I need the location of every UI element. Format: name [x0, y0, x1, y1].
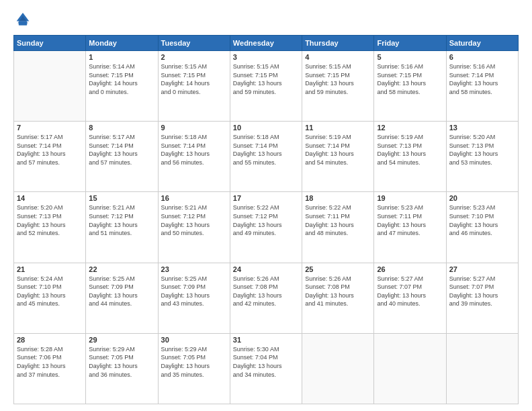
day-info: Sunrise: 5:21 AM Sunset: 7:12 PM Dayligh… [89, 203, 154, 237]
day-info: Sunrise: 5:17 AM Sunset: 7:14 PM Dayligh… [17, 133, 83, 167]
day-info: Sunrise: 5:21 AM Sunset: 7:12 PM Dayligh… [161, 203, 227, 237]
day-info: Sunrise: 5:15 AM Sunset: 7:15 PM Dayligh… [161, 62, 227, 96]
day-cell: 23Sunrise: 5:25 AM Sunset: 7:09 PM Dayli… [158, 263, 230, 333]
day-cell: 28Sunrise: 5:28 AM Sunset: 7:06 PM Dayli… [14, 333, 86, 404]
week-row-3: 21Sunrise: 5:24 AM Sunset: 7:10 PM Dayli… [14, 263, 519, 333]
day-info: Sunrise: 5:24 AM Sunset: 7:10 PM Dayligh… [17, 275, 83, 308]
day-cell: 16Sunrise: 5:21 AM Sunset: 7:12 PM Dayli… [158, 192, 230, 263]
day-number: 5 [377, 53, 443, 61]
day-info: Sunrise: 5:22 AM Sunset: 7:12 PM Dayligh… [233, 203, 299, 237]
day-cell: 24Sunrise: 5:26 AM Sunset: 7:08 PM Dayli… [230, 263, 302, 333]
day-number: 18 [305, 194, 371, 202]
day-number: 1 [89, 53, 154, 61]
day-number: 12 [377, 124, 443, 132]
logo [13, 11, 35, 30]
day-cell: 26Sunrise: 5:27 AM Sunset: 7:07 PM Dayli… [374, 263, 446, 333]
day-info: Sunrise: 5:25 AM Sunset: 7:09 PM Dayligh… [89, 275, 154, 308]
header-cell-monday: Monday [86, 36, 158, 51]
day-cell: 17Sunrise: 5:22 AM Sunset: 7:12 PM Dayli… [230, 192, 302, 263]
day-cell: 15Sunrise: 5:21 AM Sunset: 7:12 PM Dayli… [86, 192, 158, 263]
header-cell-thursday: Thursday [302, 36, 374, 51]
day-number: 8 [89, 124, 154, 132]
calendar-table: SundayMondayTuesdayWednesdayThursdayFrid… [13, 35, 519, 404]
week-row-2: 14Sunrise: 5:20 AM Sunset: 7:13 PM Dayli… [14, 192, 519, 263]
day-number: 24 [233, 265, 299, 273]
day-info: Sunrise: 5:20 AM Sunset: 7:13 PM Dayligh… [17, 203, 83, 237]
day-number: 23 [161, 265, 227, 273]
day-cell: 27Sunrise: 5:27 AM Sunset: 7:07 PM Dayli… [446, 263, 518, 333]
day-number: 22 [89, 265, 154, 273]
day-cell: 4Sunrise: 5:15 AM Sunset: 7:15 PM Daylig… [302, 51, 374, 122]
header-cell-friday: Friday [374, 36, 446, 51]
day-info: Sunrise: 5:14 AM Sunset: 7:15 PM Dayligh… [89, 62, 154, 96]
day-info: Sunrise: 5:16 AM Sunset: 7:15 PM Dayligh… [377, 62, 443, 96]
day-number: 10 [233, 124, 299, 132]
day-info: Sunrise: 5:19 AM Sunset: 7:13 PM Dayligh… [377, 133, 443, 167]
day-number: 3 [233, 53, 299, 61]
day-cell: 31Sunrise: 5:30 AM Sunset: 7:04 PM Dayli… [230, 333, 302, 404]
day-cell: 22Sunrise: 5:25 AM Sunset: 7:09 PM Dayli… [86, 263, 158, 333]
day-number: 13 [449, 124, 515, 132]
svg-rect-2 [19, 21, 27, 26]
day-cell: 3Sunrise: 5:15 AM Sunset: 7:15 PM Daylig… [230, 51, 302, 122]
day-info: Sunrise: 5:26 AM Sunset: 7:08 PM Dayligh… [233, 275, 299, 308]
day-number: 27 [449, 265, 515, 273]
day-info: Sunrise: 5:30 AM Sunset: 7:04 PM Dayligh… [233, 345, 299, 379]
day-number: 30 [161, 336, 227, 344]
week-row-1: 7Sunrise: 5:17 AM Sunset: 7:14 PM Daylig… [14, 122, 519, 192]
day-info: Sunrise: 5:17 AM Sunset: 7:14 PM Dayligh… [89, 133, 154, 167]
day-cell: 20Sunrise: 5:23 AM Sunset: 7:10 PM Dayli… [446, 192, 518, 263]
day-info: Sunrise: 5:18 AM Sunset: 7:14 PM Dayligh… [161, 133, 227, 167]
day-number: 4 [305, 53, 371, 61]
day-cell: 6Sunrise: 5:16 AM Sunset: 7:14 PM Daylig… [446, 51, 518, 122]
day-number: 26 [377, 265, 443, 273]
day-info: Sunrise: 5:25 AM Sunset: 7:09 PM Dayligh… [161, 275, 227, 308]
day-number: 29 [89, 336, 154, 344]
day-number: 2 [161, 53, 227, 61]
page: SundayMondayTuesdayWednesdayThursdayFrid… [0, 0, 532, 411]
day-cell: 11Sunrise: 5:19 AM Sunset: 7:14 PM Dayli… [302, 122, 374, 192]
day-cell: 13Sunrise: 5:20 AM Sunset: 7:13 PM Dayli… [446, 122, 518, 192]
day-number: 21 [17, 265, 83, 273]
day-number: 15 [89, 194, 154, 202]
day-info: Sunrise: 5:16 AM Sunset: 7:14 PM Dayligh… [449, 62, 515, 96]
day-number: 16 [161, 194, 227, 202]
day-cell [14, 51, 86, 122]
header-row: SundayMondayTuesdayWednesdayThursdayFrid… [14, 36, 519, 51]
day-number: 7 [17, 124, 83, 132]
day-info: Sunrise: 5:28 AM Sunset: 7:06 PM Dayligh… [17, 345, 83, 379]
day-cell: 10Sunrise: 5:18 AM Sunset: 7:14 PM Dayli… [230, 122, 302, 192]
day-number: 14 [17, 194, 83, 202]
day-info: Sunrise: 5:23 AM Sunset: 7:10 PM Dayligh… [449, 203, 515, 237]
day-cell: 8Sunrise: 5:17 AM Sunset: 7:14 PM Daylig… [86, 122, 158, 192]
day-cell [302, 333, 374, 404]
day-cell: 9Sunrise: 5:18 AM Sunset: 7:14 PM Daylig… [158, 122, 230, 192]
day-number: 9 [161, 124, 227, 132]
day-cell: 18Sunrise: 5:22 AM Sunset: 7:11 PM Dayli… [302, 192, 374, 263]
header-cell-sunday: Sunday [14, 36, 86, 51]
day-number: 31 [233, 336, 299, 344]
day-cell: 30Sunrise: 5:29 AM Sunset: 7:05 PM Dayli… [158, 333, 230, 404]
day-info: Sunrise: 5:15 AM Sunset: 7:15 PM Dayligh… [233, 62, 299, 96]
day-info: Sunrise: 5:15 AM Sunset: 7:15 PM Dayligh… [305, 62, 371, 96]
day-cell: 14Sunrise: 5:20 AM Sunset: 7:13 PM Dayli… [14, 192, 86, 263]
day-info: Sunrise: 5:27 AM Sunset: 7:07 PM Dayligh… [377, 275, 443, 308]
day-cell: 2Sunrise: 5:15 AM Sunset: 7:15 PM Daylig… [158, 51, 230, 122]
day-cell: 19Sunrise: 5:23 AM Sunset: 7:11 PM Dayli… [374, 192, 446, 263]
day-cell: 25Sunrise: 5:26 AM Sunset: 7:08 PM Dayli… [302, 263, 374, 333]
day-cell: 7Sunrise: 5:17 AM Sunset: 7:14 PM Daylig… [14, 122, 86, 192]
day-info: Sunrise: 5:27 AM Sunset: 7:07 PM Dayligh… [449, 275, 515, 308]
day-number: 20 [449, 194, 515, 202]
header-cell-saturday: Saturday [446, 36, 518, 51]
day-info: Sunrise: 5:26 AM Sunset: 7:08 PM Dayligh… [305, 275, 371, 308]
day-number: 19 [377, 194, 443, 202]
day-info: Sunrise: 5:29 AM Sunset: 7:05 PM Dayligh… [161, 345, 227, 379]
day-info: Sunrise: 5:20 AM Sunset: 7:13 PM Dayligh… [449, 133, 515, 167]
day-cell [446, 333, 518, 404]
header-cell-wednesday: Wednesday [230, 36, 302, 51]
day-cell: 21Sunrise: 5:24 AM Sunset: 7:10 PM Dayli… [14, 263, 86, 333]
day-cell: 5Sunrise: 5:16 AM Sunset: 7:15 PM Daylig… [374, 51, 446, 122]
day-number: 17 [233, 194, 299, 202]
day-cell: 12Sunrise: 5:19 AM Sunset: 7:13 PM Dayli… [374, 122, 446, 192]
day-cell [374, 333, 446, 404]
